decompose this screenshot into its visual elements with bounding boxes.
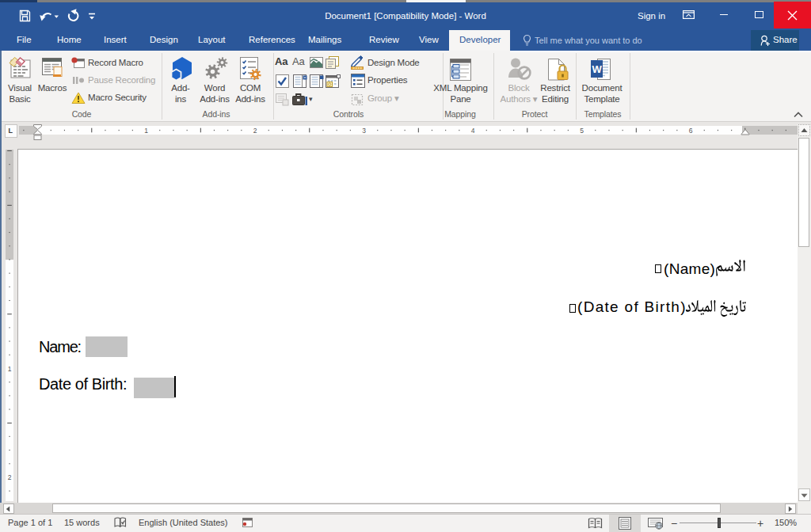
svg-text:5: 5 [580,127,584,135]
svg-text:1: 1 [8,365,12,373]
svg-text:6: 6 [689,127,693,135]
svg-text:4: 4 [471,127,475,135]
svg-text:2: 2 [253,127,257,135]
svg-text:2: 2 [8,473,12,481]
svg-text:3: 3 [362,127,366,135]
svg-text:1: 1 [144,127,148,135]
svg-text:W: W [592,63,602,75]
